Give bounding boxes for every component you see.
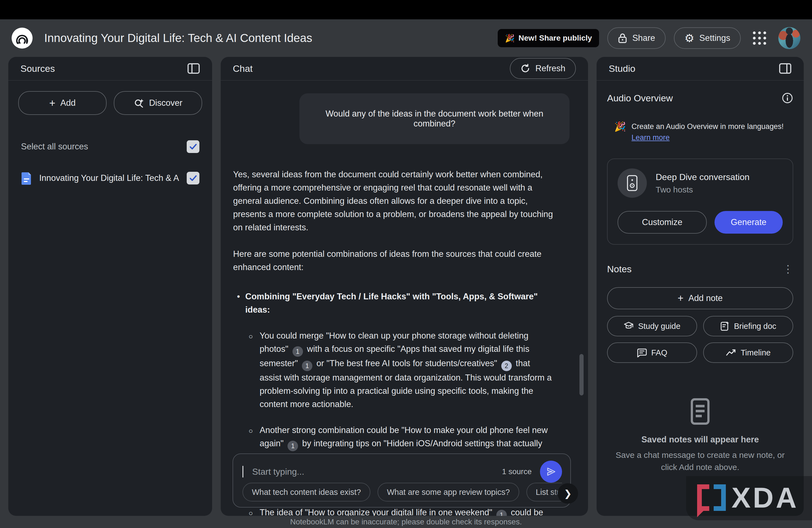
notebook-title[interactable]: Innovating Your Digital Life: Tech & AI …	[44, 31, 498, 45]
discover-sparkle-search-icon	[134, 98, 144, 108]
collapse-studio-panel-icon[interactable]	[779, 63, 792, 74]
timeline-chart-icon	[726, 349, 736, 357]
response-bullet: You could merge "How to clean up your ph…	[249, 329, 553, 411]
user-avatar[interactable]	[778, 27, 800, 49]
select-all-sources-label: Select all sources	[21, 142, 88, 151]
studio-title: Studio	[609, 63, 635, 74]
text-caret	[243, 466, 243, 478]
briefing-doc-button[interactable]: Briefing doc	[703, 316, 793, 336]
gear-icon: ⚙	[684, 33, 694, 44]
add-note-button[interactable]: + Add note	[607, 287, 793, 309]
generate-button[interactable]: Generate	[714, 211, 783, 234]
source-checkbox[interactable]	[187, 172, 199, 185]
chat-panel: Chat Refresh Would any of the ideas in t…	[221, 57, 588, 516]
discover-sources-button[interactable]: Discover	[114, 91, 202, 115]
response-paragraph: Here are some potential combinations of …	[233, 247, 553, 274]
send-button[interactable]	[540, 460, 562, 483]
customize-button[interactable]: Customize	[618, 211, 707, 234]
citation-chip[interactable]: 1	[288, 441, 298, 451]
plus-icon: +	[49, 97, 55, 109]
xda-watermark: XDA	[686, 476, 812, 520]
study-guide-button[interactable]: Study guide	[607, 316, 697, 336]
timeline-button[interactable]: Timeline	[703, 342, 793, 363]
refresh-icon	[520, 63, 530, 73]
share-button[interactable]: Share	[607, 27, 666, 49]
audio-overview-heading: Audio Overview	[607, 93, 673, 104]
settings-button[interactable]: ⚙ Settings	[674, 27, 741, 49]
add-source-button[interactable]: + Add	[18, 91, 106, 115]
disclaimer-bar: NotebookLM can be inaccurate; please dou…	[0, 516, 812, 528]
top-black-bar	[0, 0, 812, 19]
briefing-doc-icon	[720, 321, 729, 331]
xda-logo-icon	[697, 484, 726, 511]
saved-notes-empty-state: Saved notes will appear here Save a chat…	[607, 396, 793, 473]
citation-chip[interactable]: 1	[302, 361, 313, 371]
sources-title: Sources	[20, 63, 55, 74]
chat-title: Chat	[233, 63, 253, 74]
suggestion-chip[interactable]: What are some app review topics?	[378, 483, 519, 501]
plus-icon: +	[678, 292, 683, 304]
deep-dive-subtitle: Two hosts	[656, 185, 750, 194]
suggestion-chips-row: What tech content ideas exist?What are s…	[243, 483, 562, 501]
user-question-bubble: Would any of the ideas in the document w…	[300, 93, 569, 144]
citation-chip[interactable]: 2	[501, 361, 512, 371]
xda-logo-text: XDA	[731, 483, 799, 512]
apps-grid-icon[interactable]	[753, 31, 766, 45]
send-icon	[546, 466, 556, 477]
chat-input[interactable]: Start typing...	[252, 467, 494, 477]
empty-state-body: Save a chat message to create a new note…	[612, 449, 788, 473]
notes-heading: Notes	[607, 264, 632, 275]
notes-menu-kebab-icon[interactable]: ⋮	[783, 263, 793, 275]
lock-icon	[618, 33, 627, 43]
select-all-checkbox[interactable]	[187, 140, 199, 153]
source-list-item[interactable]: Innovating Your Digital Life: Tech & AI …	[18, 171, 202, 185]
collapse-sources-panel-icon[interactable]	[187, 63, 200, 74]
chevron-right-icon: ❯	[564, 488, 572, 499]
audio-language-banner: 🎉 Create an Audio Overview in more langu…	[607, 115, 793, 149]
study-guide-icon	[624, 321, 634, 331]
suggestion-chip[interactable]: List student/	[526, 483, 562, 501]
empty-state-title: Saved notes will appear here	[641, 435, 759, 444]
disclaimer-text: NotebookLM can be inaccurate; please dou…	[290, 517, 522, 526]
deep-dive-card: Deep Dive conversation Two hosts Customi…	[607, 159, 793, 245]
share-publicly-badge[interactable]: 🎉 New! Share publicly	[498, 29, 599, 47]
sources-panel: Sources + Add	[8, 57, 212, 516]
info-icon[interactable]	[782, 92, 793, 104]
studio-panel: Studio Audio Overview	[597, 57, 804, 516]
refresh-chat-button[interactable]: Refresh	[510, 58, 576, 79]
deep-dive-title: Deep Dive conversation	[656, 172, 750, 182]
source-title: Innovating Your Digital Life: Tech & AI …	[39, 173, 179, 183]
faq-chat-icon	[637, 348, 647, 357]
party-popper-icon: 🎉	[614, 121, 626, 132]
citation-chip[interactable]: 1	[292, 346, 303, 357]
party-popper-icon: 🎉	[505, 34, 514, 43]
response-paragraph: Yes, several ideas from the document cou…	[233, 168, 553, 234]
notebooklm-logo-icon[interactable]	[12, 28, 33, 48]
badge-label: New! Share publicly	[518, 34, 592, 43]
chat-scrollbar[interactable]	[579, 354, 584, 395]
chips-scroll-next-button[interactable]: ❯	[557, 483, 578, 504]
source-count-label: 1 source	[502, 467, 532, 476]
document-icon	[21, 171, 32, 185]
saved-notes-doc-icon	[685, 396, 715, 427]
chat-input-container: Start typing... 1 source What tech conte…	[233, 453, 571, 508]
faq-button[interactable]: FAQ	[607, 342, 697, 363]
suggestion-chip[interactable]: What tech content ideas exist?	[243, 483, 371, 501]
response-bullet: Combining "Everyday Tech / Life Hacks" w…	[237, 290, 553, 317]
audio-speaker-icon	[618, 168, 647, 198]
learn-more-link[interactable]: Learn more	[632, 133, 669, 142]
citation-chip[interactable]: 1	[496, 510, 507, 516]
app-header: Innovating Your Digital Life: Tech & AI …	[0, 19, 812, 57]
